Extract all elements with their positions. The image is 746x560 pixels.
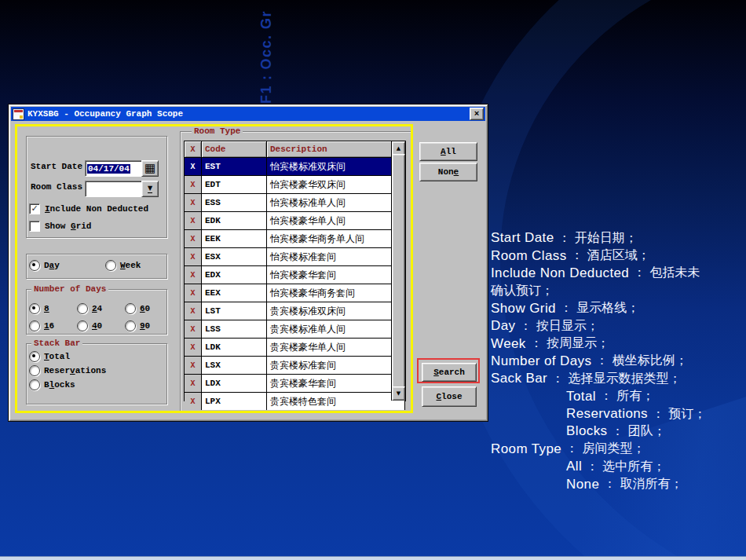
- annotation-line: Week ： 按周显示；: [491, 335, 706, 352]
- annotation-chinese-text: ： 包括未未: [633, 265, 700, 281]
- annotation-line: Show Grid ： 显示格线；: [491, 300, 706, 317]
- row-selected-mark: X: [185, 266, 202, 284]
- room-type-legend: Room Type: [192, 126, 243, 136]
- start-date-input[interactable]: 04/17/04: [85, 160, 144, 177]
- annotation-chinese-text: ： 选中所有；: [586, 459, 665, 475]
- row-description: 贵宾楼豪华套间: [267, 375, 405, 392]
- row-selected-mark: X: [185, 375, 202, 392]
- annotation-english-label: Sack Bar: [491, 371, 551, 386]
- room-type-table: X Code Description X EST 怡宾楼标准双床间 X EDT …: [184, 141, 406, 401]
- row-code: ESX: [202, 248, 267, 265]
- column-header-code[interactable]: Code: [202, 141, 267, 157]
- occupancy-graph-scope-dialog: KYXSBG - Occupancy Graph Scope × Start D…: [8, 104, 488, 422]
- annotation-chinese-text: ： 选择显示数据类型；: [551, 371, 681, 387]
- table-row[interactable]: X LDK 贵宾楼豪华单人间: [185, 338, 405, 356]
- annotation-chinese-text: ： 横坐标比例；: [596, 353, 688, 369]
- row-selected-mark: X: [185, 284, 202, 302]
- annotation-english-label: Blocks: [566, 423, 612, 439]
- table-row[interactable]: X LPX 贵宾楼特色套间: [185, 392, 405, 410]
- annotation-block: Start Date ： 开始日期； Room Class ： 酒店区域； In…: [491, 229, 706, 493]
- row-description: 贵宾楼标准套间: [267, 357, 405, 374]
- row-selected-mark: X: [185, 230, 202, 247]
- none-button[interactable]: None: [419, 163, 477, 181]
- row-description: 怡宾楼标准双床间: [267, 158, 405, 175]
- annotation-line: Number of Days ： 横坐标比例；: [491, 353, 706, 370]
- stack-bar-radio[interactable]: Total: [29, 350, 106, 364]
- table-row[interactable]: X LSS 贵宾楼标准单人间: [185, 320, 405, 338]
- table-row[interactable]: X ESS 怡宾楼标准单人间: [185, 193, 405, 211]
- table-row[interactable]: X EDK 怡宾楼豪华单人间: [185, 211, 405, 229]
- table-scrollbar[interactable]: ▲ ▼: [391, 141, 405, 401]
- row-code: ESS: [202, 194, 267, 211]
- scroll-down-button[interactable]: ▼: [392, 386, 405, 401]
- row-code: LPX: [202, 393, 267, 410]
- radio-icon: [29, 260, 40, 271]
- number-of-days-radio[interactable]: 60: [125, 300, 161, 317]
- dialog-titlebar[interactable]: KYXSBG - Occupancy Graph Scope ×: [11, 107, 485, 121]
- annotation-chinese-text: ： 所有；: [600, 388, 654, 404]
- radio-icon: [29, 365, 40, 376]
- row-code: EDT: [202, 176, 267, 193]
- table-row[interactable]: X LSX 贵宾楼标准套间: [185, 356, 405, 374]
- close-icon[interactable]: ×: [470, 108, 484, 120]
- annotation-chinese-text: ： 预订；: [652, 406, 706, 423]
- table-row[interactable]: X EEX 怡宾楼豪华商务套间: [185, 284, 405, 302]
- day-radio[interactable]: Day: [29, 260, 60, 271]
- row-code: LST: [202, 302, 267, 320]
- radio-icon: [77, 303, 88, 314]
- number-of-days-radio[interactable]: 90: [125, 317, 161, 335]
- row-selected-mark: X: [185, 158, 202, 175]
- row-selected-mark: X: [185, 357, 202, 374]
- number-of-days-radio[interactable]: 24: [77, 300, 125, 317]
- row-description: 怡宾楼豪华商务套间: [267, 284, 405, 302]
- annotation-line: Day ： 按日显示；: [491, 317, 706, 335]
- annotation-english-label: Include Non Deducted: [491, 265, 633, 281]
- table-row[interactable]: X ESX 怡宾楼标准套间: [185, 247, 405, 265]
- table-row[interactable]: X EEK 怡宾楼豪华商务单人间: [185, 229, 405, 247]
- radio-icon: [29, 379, 40, 390]
- stack-bar-radio[interactable]: Blocks: [29, 378, 106, 392]
- row-code: EST: [202, 158, 267, 175]
- row-description: 怡宾楼豪华套间: [267, 266, 405, 284]
- annotation-english-label: Room Type: [491, 441, 565, 457]
- column-header-selected[interactable]: X: [185, 141, 202, 157]
- number-of-days-radio[interactable]: 8: [29, 300, 77, 317]
- table-row[interactable]: X LDX 贵宾楼豪华套间: [185, 374, 405, 392]
- show-grid-checkbox[interactable]: ✓ Show Grid: [29, 221, 91, 232]
- row-code: EDK: [202, 212, 267, 229]
- row-selected-mark: X: [185, 339, 202, 356]
- room-class-dropdown-button[interactable]: ▼: [141, 181, 159, 197]
- annotation-line: Room Type ： 房间类型；: [491, 441, 706, 458]
- row-description: 贵宾楼特色套间: [267, 393, 405, 410]
- room-class-input[interactable]: [85, 181, 144, 197]
- annotation-line: Blocks ： 团队；: [491, 423, 706, 440]
- annotation-english-label: Reservations: [566, 406, 652, 422]
- all-button[interactable]: All: [419, 142, 477, 161]
- column-header-description[interactable]: Description: [267, 141, 405, 157]
- close-button[interactable]: Close: [422, 386, 477, 407]
- radio-icon: [29, 303, 40, 314]
- slide-vertical-title: F1：Occ. Gr: [257, 10, 276, 104]
- table-row[interactable]: X EDT 怡宾楼豪华双床间: [185, 175, 405, 193]
- dropdown-arrow-icon: ▼: [148, 185, 152, 193]
- row-code: EDX: [202, 266, 267, 284]
- table-row[interactable]: X EDX 怡宾楼豪华套间: [185, 265, 405, 284]
- calendar-button[interactable]: ▦: [141, 160, 159, 177]
- annotation-english-label: Number of Days: [491, 353, 596, 369]
- stack-bar-radio[interactable]: Reservations: [29, 364, 106, 378]
- table-header: X Code Description: [185, 141, 405, 157]
- table-row[interactable]: X LST 贵宾楼标准双床间: [185, 302, 405, 320]
- number-of-days-radio[interactable]: 16: [29, 317, 77, 335]
- number-of-days-radio[interactable]: 40: [77, 317, 125, 335]
- annotation-line: None ： 取消所有；: [491, 475, 706, 492]
- row-code: LDX: [202, 375, 267, 392]
- table-body: X EST 怡宾楼标准双床间 X EDT 怡宾楼豪华双床间 X ESS 怡宾楼标…: [185, 157, 405, 410]
- table-row[interactable]: X EST 怡宾楼标准双床间: [185, 157, 405, 175]
- include-non-deducted-checkbox[interactable]: ✓ Include Non Deducted: [29, 203, 148, 214]
- search-button[interactable]: Search: [422, 363, 477, 382]
- scrollbar-thumb[interactable]: [392, 154, 405, 388]
- row-code: EEK: [202, 230, 267, 247]
- week-radio[interactable]: Week: [105, 260, 141, 271]
- radio-icon: [29, 351, 40, 362]
- row-selected-mark: X: [185, 320, 202, 338]
